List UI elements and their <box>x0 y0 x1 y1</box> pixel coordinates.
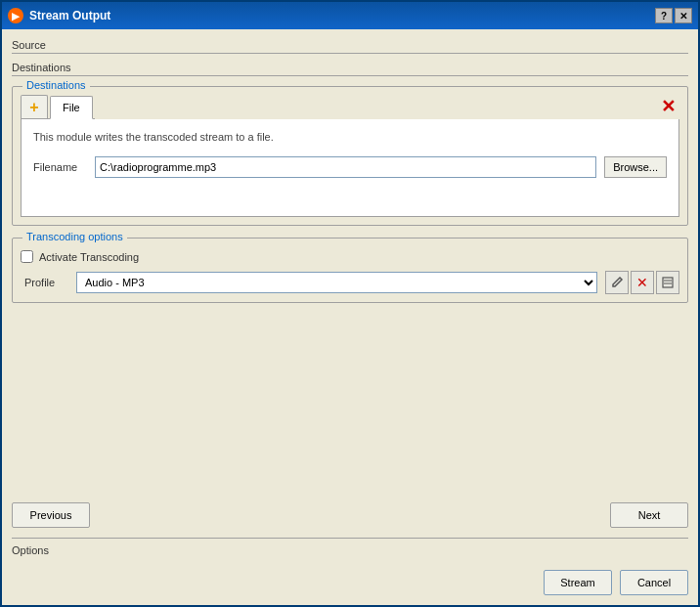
options-label: Options <box>12 544 49 556</box>
window-content: Source Destinations Destinations + File … <box>2 29 698 605</box>
tab-content: This module writes the transcoded stream… <box>21 119 679 217</box>
activate-transcoding-row: Activate Transcoding <box>21 250 679 263</box>
stream-button[interactable]: Stream <box>544 570 612 595</box>
activate-transcoding-checkbox[interactable] <box>21 250 33 263</box>
tab-description: This module writes the transcoded stream… <box>33 131 667 143</box>
save-profile-button[interactable] <box>656 271 679 294</box>
source-section-label: Source <box>12 37 688 54</box>
filename-row: Filename Browse... <box>33 156 667 178</box>
transcoding-group-title: Transcoding options <box>22 231 127 242</box>
save-icon <box>661 276 675 289</box>
delete-profile-button[interactable]: ✕ <box>631 271 654 294</box>
destinations-group: Destinations + File ✕ This module writes… <box>12 86 688 226</box>
bottom-buttons-row: Previous Next <box>12 497 688 532</box>
close-button[interactable]: ✕ <box>675 8 692 23</box>
edit-icon <box>610 276 624 289</box>
file-tab[interactable]: File <box>50 96 93 119</box>
tabs-row: + File <box>21 95 95 119</box>
add-tab-button[interactable]: + <box>21 95 48 118</box>
browse-button[interactable]: Browse... <box>604 156 667 178</box>
spacer <box>12 309 688 491</box>
title-buttons: ? ✕ <box>655 8 692 23</box>
destinations-section-label: Destinations <box>12 60 688 76</box>
stream-output-window: ▶ Stream Output ? ✕ Source Destinations … <box>0 0 700 607</box>
cancel-button[interactable]: Cancel <box>620 570 688 595</box>
tabs-row-container: + File ✕ <box>21 95 679 119</box>
title-bar: ▶ Stream Output ? ✕ <box>2 2 698 29</box>
svg-rect-0 <box>663 278 673 287</box>
transcoding-group: Transcoding options Activate Transcoding… <box>12 238 688 303</box>
stream-cancel-row: Stream Cancel <box>12 566 688 597</box>
edit-profile-button[interactable] <box>605 271 629 294</box>
profile-label: Profile <box>24 277 68 288</box>
filename-input[interactable] <box>95 156 596 178</box>
help-button[interactable]: ? <box>655 8 673 23</box>
profile-row: Profile Audio - MP3 Video - H.264 + MP3 … <box>21 271 679 294</box>
profile-actions: ✕ <box>605 271 679 294</box>
app-icon: ▶ <box>8 8 23 23</box>
window-title: Stream Output <box>29 9 655 22</box>
filename-label: Filename <box>33 161 87 173</box>
delete-icon: ✕ <box>636 275 648 290</box>
tab-close-button[interactable]: ✕ <box>661 98 676 115</box>
previous-button[interactable]: Previous <box>12 502 90 528</box>
next-button[interactable]: Next <box>610 502 688 528</box>
options-section: Options <box>12 538 688 560</box>
activate-transcoding-label: Activate Transcoding <box>39 251 139 263</box>
destinations-group-title: Destinations <box>22 79 90 91</box>
profile-select[interactable]: Audio - MP3 Video - H.264 + MP3 Audio - … <box>76 272 597 293</box>
